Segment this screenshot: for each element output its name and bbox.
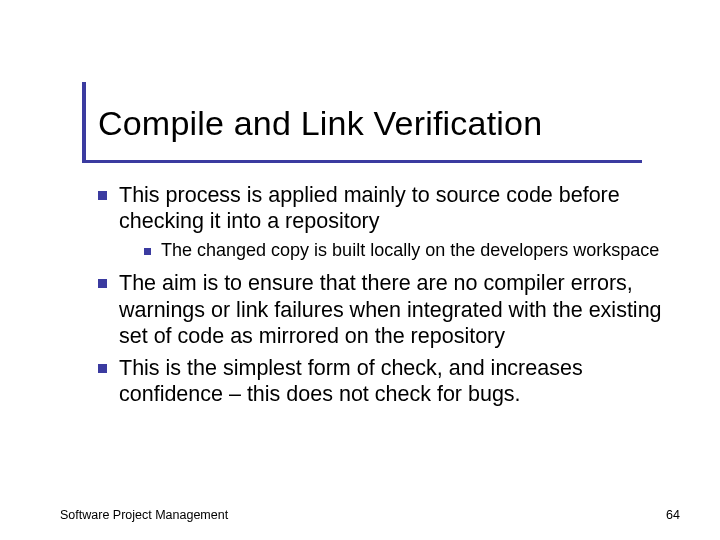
- square-bullet-icon: [98, 279, 107, 288]
- footer-title: Software Project Management: [60, 508, 228, 522]
- square-bullet-icon: [98, 364, 107, 373]
- square-bullet-icon: [98, 191, 107, 200]
- bullet-text: This is the simplest form of check, and …: [119, 355, 668, 407]
- bullet-text: The aim is to ensure that there are no c…: [119, 270, 668, 349]
- bullet-text: The changed copy is built locally on the…: [161, 240, 659, 262]
- accent-horizontal-rule: [82, 160, 642, 163]
- list-item: The changed copy is built locally on the…: [144, 240, 668, 262]
- accent-vertical-bar: [82, 82, 86, 162]
- slide-body: This process is applied mainly to source…: [98, 180, 668, 413]
- slide-title: Compile and Link Verification: [98, 104, 542, 143]
- list-item: This is the simplest form of check, and …: [98, 355, 668, 407]
- page-number: 64: [666, 508, 680, 522]
- slide: Compile and Link Verification This proce…: [0, 0, 720, 540]
- bullet-text: This process is applied mainly to source…: [119, 182, 668, 234]
- list-item: This process is applied mainly to source…: [98, 182, 668, 234]
- square-bullet-icon: [144, 248, 151, 255]
- list-item: The aim is to ensure that there are no c…: [98, 270, 668, 349]
